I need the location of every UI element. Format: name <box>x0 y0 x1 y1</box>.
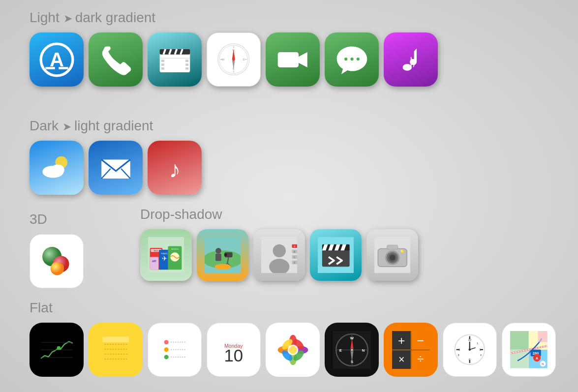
svg-text:E: E <box>243 58 245 61</box>
svg-text:N: N <box>542 362 544 365</box>
messages-icon[interactable] <box>325 32 379 87</box>
label-dark2: Dark <box>30 118 59 133</box>
svg-point-114 <box>164 355 169 360</box>
section-label-3d: 3D <box>30 211 84 227</box>
contacts-icon[interactable]: A B C D <box>253 229 305 281</box>
gamecenter-icon[interactable] <box>30 234 84 288</box>
svg-text:SPORTS: SPORTS <box>171 248 179 250</box>
icon-row-shadow: News TRAVEL ✈ SPORTS ART <box>140 229 418 281</box>
svg-point-97 <box>400 250 402 252</box>
svg-rect-11 <box>161 60 164 62</box>
svg-text:W: W <box>222 58 225 61</box>
svg-point-141 <box>351 349 352 350</box>
arrow-1: ➤ <box>63 12 75 25</box>
svg-point-71 <box>273 244 285 257</box>
svg-point-31 <box>344 57 347 60</box>
itunes-icon[interactable]: ♪ <box>384 32 438 87</box>
videos-icon[interactable] <box>148 32 202 87</box>
section-drop-shadow: Drop-shadow News TRAVEL ✈ SPORTS <box>140 207 418 281</box>
section-label-dark-light: Dark ➤ light gradient <box>30 118 202 134</box>
svg-text:+: + <box>398 333 405 347</box>
icon-row-1: A <box>30 32 438 87</box>
label-flat: Flat <box>30 300 53 315</box>
svg-text:ART: ART <box>152 260 156 263</box>
svg-text:10: 10 <box>224 346 243 365</box>
finalcut-icon[interactable] <box>310 229 362 281</box>
vine-icon[interactable] <box>197 229 248 281</box>
svg-rect-109 <box>156 331 193 368</box>
svg-rect-13 <box>161 67 164 69</box>
section-3d: 3D <box>30 211 84 288</box>
svg-text:A: A <box>536 356 539 361</box>
svg-text:×: × <box>398 353 404 365</box>
svg-text:1: 1 <box>477 342 478 345</box>
svg-point-112 <box>164 347 169 352</box>
phone-icon[interactable] <box>89 32 143 87</box>
svg-text:♪: ♪ <box>169 156 181 182</box>
section-light-dark: Light ➤ dark gradient A <box>30 10 438 87</box>
label-light2: light gradient <box>74 118 153 133</box>
label-drop-shadow: Drop-shadow <box>140 207 222 222</box>
svg-text:♪: ♪ <box>405 49 417 75</box>
svg-point-166 <box>469 349 471 351</box>
weather-icon[interactable] <box>30 141 84 195</box>
maps-icon[interactable]: 280 A N <box>502 323 556 377</box>
svg-rect-108 <box>102 336 129 342</box>
svg-text:8: 8 <box>458 354 459 357</box>
svg-rect-168 <box>510 331 529 350</box>
section-dark-light: Dark ➤ light gradient <box>30 118 202 195</box>
stocks-icon[interactable] <box>30 323 84 377</box>
svg-text:A: A <box>294 245 295 247</box>
appstore-icon[interactable]: A <box>30 32 84 87</box>
svg-text:B: B <box>294 250 295 253</box>
svg-rect-15 <box>185 63 188 66</box>
icon-row-flat: Monday 10 <box>30 323 556 377</box>
section-label-flat: Flat <box>30 300 556 316</box>
svg-point-39 <box>51 164 64 175</box>
reminders-icon[interactable] <box>148 323 202 377</box>
svg-text:4: 4 <box>480 354 482 357</box>
svg-rect-58 <box>150 257 158 270</box>
svg-rect-63 <box>215 254 221 261</box>
notes-icon[interactable] <box>89 323 143 377</box>
label-light: Light <box>30 10 60 25</box>
svg-point-62 <box>215 248 221 254</box>
arrow-2: ➤ <box>62 121 74 133</box>
calculator-icon[interactable]: + − × ÷ <box>384 323 438 377</box>
svg-rect-103 <box>97 331 135 369</box>
label-3d: 3D <box>30 211 47 227</box>
svg-rect-16 <box>185 67 188 69</box>
photos-icon[interactable] <box>266 323 320 377</box>
svg-text:−: − <box>417 333 424 347</box>
svg-text:D: D <box>294 261 295 264</box>
calendar-icon[interactable]: Monday 10 <box>207 323 261 377</box>
svg-text:12: 12 <box>468 338 472 341</box>
svg-rect-14 <box>185 60 188 62</box>
safari-icon[interactable]: N S E W <box>207 32 261 87</box>
svg-marker-30 <box>299 52 307 67</box>
camera-icon[interactable] <box>366 229 418 281</box>
svg-rect-178 <box>538 331 548 342</box>
icon-row-2: ♪ <box>30 141 202 195</box>
facetime-icon[interactable] <box>266 32 320 87</box>
music-icon[interactable]: ♪ <box>148 141 202 195</box>
svg-text:E: E <box>339 348 341 352</box>
section-label-drop-shadow: Drop-shadow <box>140 207 418 222</box>
svg-point-32 <box>350 57 353 60</box>
svg-rect-29 <box>277 52 298 67</box>
svg-point-99 <box>57 346 61 350</box>
svg-text:÷: ÷ <box>417 352 424 365</box>
svg-point-95 <box>390 255 395 261</box>
newsstand-icon[interactable]: News TRAVEL ✈ SPORTS ART <box>140 229 192 281</box>
label-dark: dark gradient <box>75 10 155 25</box>
icon-row-3d <box>30 234 84 288</box>
svg-rect-12 <box>161 63 164 66</box>
svg-rect-91 <box>387 245 397 249</box>
mail-icon[interactable] <box>89 141 143 195</box>
svg-text:✈: ✈ <box>161 255 167 262</box>
svg-point-65 <box>224 253 227 256</box>
section-label-light-dark: Light ➤ dark gradient <box>30 10 438 26</box>
clock-icon[interactable]: 12 6 9 3 1 4 8 <box>443 323 497 377</box>
compass-icon[interactable]: W S N E <box>325 323 379 377</box>
svg-text:N: N <box>362 348 365 352</box>
